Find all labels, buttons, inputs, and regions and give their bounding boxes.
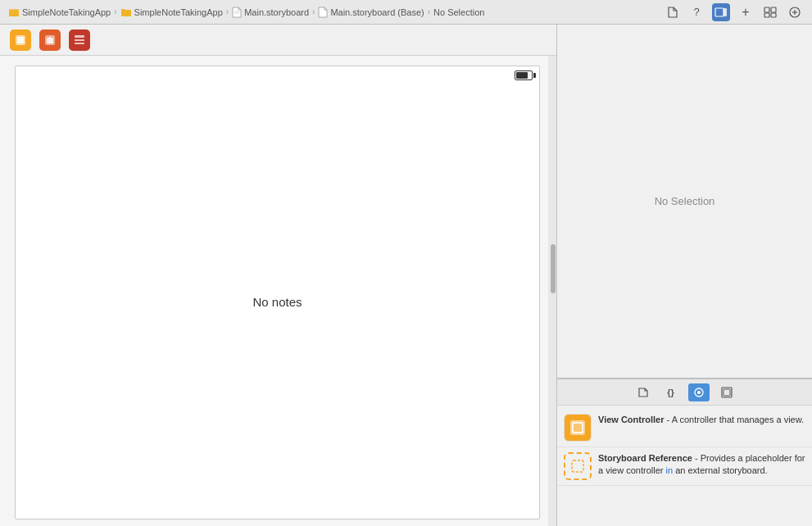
scroll-track[interactable] — [548, 56, 556, 526]
breadcrumb-label-folder: SimpleNoteTakingApp — [134, 7, 223, 17]
storyboard-reference-item-text: Storyboard Reference - Provides a placeh… — [598, 452, 805, 478]
scroll-thumb[interactable] — [551, 244, 556, 293]
vc-item-svg — [569, 419, 587, 437]
library-item-storyboard-reference[interactable]: Storyboard Reference - Provides a placeh… — [557, 447, 812, 486]
breadcrumb-sep-4: › — [428, 7, 430, 16]
library-toolbar: {} — [557, 379, 812, 406]
svg-rect-18 — [75, 43, 84, 44]
svg-rect-6 — [764, 7, 769, 12]
svg-rect-5 — [724, 8, 727, 16]
base-file-icon — [318, 7, 328, 18]
breadcrumb-item-base[interactable]: Main.storyboard (Base) — [318, 7, 424, 18]
svg-rect-8 — [764, 13, 769, 17]
storyboard-file-icon — [232, 7, 242, 18]
view-controller-scene-icon[interactable] — [10, 29, 31, 51]
status-bar — [16, 66, 539, 84]
new-file-icon — [666, 7, 678, 18]
view-controller-item-text: View Controller - A controller that mana… — [598, 414, 805, 426]
help-icon: ? — [693, 6, 699, 18]
library-item-view-controller[interactable]: View Controller - A controller that mana… — [557, 409, 812, 447]
zoom-icon — [789, 7, 801, 18]
breadcrumb-label-app: SimpleNoteTakingApp — [22, 7, 111, 17]
svg-rect-14 — [17, 37, 24, 43]
battery-fill — [516, 72, 528, 79]
breadcrumb-label-base: Main.storyboard (Base) — [330, 7, 424, 17]
svg-rect-1 — [9, 11, 19, 16]
library-panel: {} — [557, 379, 812, 526]
top-bar: SimpleNoteTakingApp › SimpleNoteTakingAp… — [0, 0, 812, 25]
storyboard-reference-item-title: Storyboard Reference - Provides a placeh… — [598, 452, 805, 478]
library-tab-snippets[interactable] — [716, 383, 737, 401]
breadcrumb-label-selection: No Selection — [433, 7, 484, 17]
storyboard-panel: No notes — [0, 25, 557, 526]
objects-icon — [637, 387, 649, 398]
storyboard-toolbar — [0, 25, 556, 56]
classes-icon: {} — [667, 388, 674, 397]
svg-rect-25 — [574, 424, 582, 432]
breadcrumb-sep-2: › — [226, 7, 229, 16]
svg-rect-26 — [572, 460, 583, 472]
app-icon — [8, 7, 20, 17]
svg-point-20 — [697, 391, 701, 394]
library-tab-objects[interactable] — [633, 383, 654, 401]
view-controller-item-title: View Controller - A controller that mana… — [598, 414, 805, 426]
folder-icon — [120, 7, 132, 17]
library-tab-scenes[interactable] — [688, 383, 710, 401]
svg-rect-7 — [771, 7, 776, 12]
no-notes-text: No notes — [252, 295, 302, 309]
sb-ref-item-svg — [569, 457, 587, 475]
table-icon — [73, 34, 86, 47]
battery-icon — [515, 70, 533, 80]
storyboard-reference-item-icon — [564, 452, 592, 480]
library-items-list: View Controller - A controller that mana… — [557, 406, 812, 526]
svg-rect-16 — [75, 35, 84, 38]
vc-icon — [14, 34, 27, 47]
library-button[interactable] — [761, 3, 779, 21]
nav-icon — [43, 34, 57, 47]
table-view-scene-icon[interactable] — [69, 29, 90, 51]
svg-rect-4 — [715, 8, 724, 16]
add-button[interactable]: + — [737, 3, 755, 21]
top-bar-actions: ? + — [663, 3, 804, 21]
no-selection-area: No Selection — [557, 25, 812, 379]
svg-rect-22 — [724, 389, 730, 396]
snippets-icon — [721, 387, 733, 398]
inspector-toggle-button[interactable] — [712, 3, 730, 21]
add-icon: + — [742, 6, 749, 19]
svg-rect-9 — [771, 13, 776, 17]
inspector-icon — [714, 7, 728, 17]
view-controller-item-icon — [564, 414, 592, 442]
scenes-icon — [693, 387, 705, 398]
zoom-button[interactable] — [786, 3, 804, 21]
breadcrumb-item-folder[interactable]: SimpleNoteTakingApp — [120, 7, 223, 17]
svg-rect-17 — [75, 39, 84, 41]
main-layout: No notes No Selection — [0, 25, 812, 526]
library-icon — [764, 7, 777, 18]
new-file-button[interactable] — [663, 3, 681, 21]
inspector-panel: No Selection {} — [557, 25, 812, 526]
breadcrumb-sep-1: › — [114, 7, 116, 16]
nav-controller-scene-icon[interactable] — [39, 29, 61, 51]
breadcrumb: SimpleNoteTakingApp › SimpleNoteTakingAp… — [8, 7, 484, 18]
library-tab-classes[interactable]: {} — [660, 383, 682, 401]
storyboard-canvas[interactable]: No notes — [0, 56, 556, 526]
breadcrumb-item-app[interactable]: SimpleNoteTakingApp — [8, 7, 111, 17]
iphone-content: No notes — [16, 84, 539, 519]
breadcrumb-sep-3: › — [312, 7, 315, 16]
breadcrumb-label-storyboard: Main.storyboard — [244, 7, 309, 17]
breadcrumb-item-selection: No Selection — [433, 7, 484, 17]
view-controller-item-desc: A controller that manages a view. — [672, 415, 804, 424]
iphone-frame: No notes — [15, 66, 540, 519]
no-selection-text: No Selection — [655, 195, 715, 207]
help-button[interactable]: ? — [687, 3, 705, 21]
breadcrumb-item-storyboard[interactable]: Main.storyboard — [232, 7, 309, 18]
